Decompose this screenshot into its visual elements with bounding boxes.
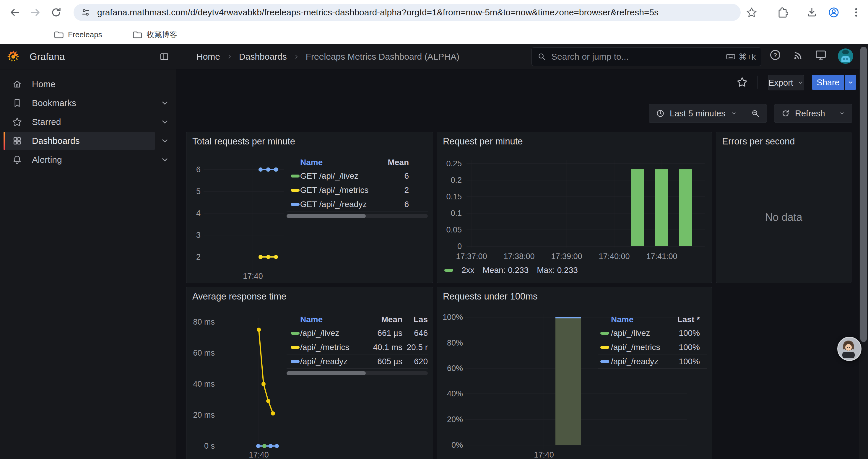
legend-hscroll-thumb[interactable] bbox=[286, 371, 366, 375]
forward-icon[interactable] bbox=[30, 6, 41, 18]
menu-kebab-icon[interactable] bbox=[850, 6, 862, 18]
help-icon[interactable] bbox=[769, 48, 782, 61]
url-bar[interactable]: grafana.mathmast.com/d/deytv4rwavabkb/fr… bbox=[73, 4, 741, 21]
sidebar-item-starred[interactable]: Starred bbox=[4, 113, 155, 131]
svg-text:20%: 20% bbox=[447, 415, 463, 424]
bookmark-star-icon[interactable] bbox=[746, 6, 757, 18]
actions-divider bbox=[757, 76, 758, 89]
browser-toolbar: grafana.mathmast.com/d/deytv4rwavabkb/fr… bbox=[0, 0, 868, 25]
zoom-out-button[interactable] bbox=[744, 104, 767, 123]
series-name[interactable]: GET /api/_/metrics bbox=[300, 186, 375, 195]
series-mean: 6 bbox=[375, 171, 409, 181]
page-scrollbar bbox=[859, 44, 868, 459]
breadcrumb-current: Freeleaps Metrics Dashboard (ALPHA) bbox=[306, 52, 459, 62]
chevron-down-icon bbox=[730, 110, 737, 117]
series-name[interactable]: GET /api/_/readyz bbox=[300, 200, 375, 209]
monitor-icon[interactable] bbox=[814, 48, 827, 61]
legend-row: /api/_/metrics 100% bbox=[598, 340, 707, 355]
legend-header-name[interactable]: Name bbox=[300, 315, 365, 324]
chevron-down-icon[interactable] bbox=[159, 136, 170, 146]
search-input[interactable] bbox=[551, 52, 725, 62]
breadcrumb-home[interactable]: Home bbox=[196, 52, 220, 62]
legend-hscroll-thumb[interactable] bbox=[286, 214, 366, 218]
breadcrumb-dashboards[interactable]: Dashboards bbox=[239, 52, 287, 62]
series-mean: 661 µs bbox=[365, 328, 402, 338]
page-scrollbar-thumb[interactable] bbox=[860, 47, 867, 342]
panel-title[interactable]: Requests under 100ms bbox=[443, 291, 538, 302]
export-button[interactable]: Export bbox=[768, 75, 804, 90]
series-name[interactable]: /api/_/readyz bbox=[611, 357, 664, 366]
panel-title[interactable]: Total requests per minute bbox=[192, 136, 295, 147]
series-last: 20.5 r bbox=[402, 342, 428, 352]
svg-text:0 s: 0 s bbox=[204, 441, 215, 451]
profile-icon[interactable] bbox=[828, 6, 840, 18]
refresh-button[interactable]: Refresh bbox=[774, 104, 832, 123]
panel-title[interactable]: Errors per second bbox=[722, 136, 795, 147]
extensions-icon[interactable] bbox=[776, 6, 788, 18]
svg-text:17:40: 17:40 bbox=[249, 451, 269, 459]
series-name[interactable]: /api/_/livez bbox=[611, 328, 664, 338]
legend-header-last[interactable]: Las bbox=[402, 315, 428, 324]
news-rss-icon[interactable] bbox=[792, 48, 805, 61]
no-data-message: No data bbox=[716, 211, 851, 224]
legend-header-mean[interactable]: Mean bbox=[375, 158, 409, 167]
series-name[interactable]: /api/_/metrics bbox=[611, 342, 664, 352]
series-name[interactable]: 2xx bbox=[462, 266, 474, 275]
series-name[interactable]: /api/_/readyz bbox=[300, 357, 365, 366]
refresh-interval-button[interactable] bbox=[832, 104, 852, 123]
panel-title[interactable]: Average response time bbox=[192, 291, 286, 302]
user-avatar[interactable] bbox=[838, 48, 853, 64]
time-range-picker[interactable]: Last 5 minutes bbox=[649, 104, 744, 123]
panel-errors-per-second: Errors per second No data bbox=[716, 132, 851, 283]
series-pill bbox=[291, 203, 300, 206]
favorite-star-icon[interactable] bbox=[736, 76, 748, 88]
sidebar-item-home[interactable]: Home bbox=[4, 75, 155, 93]
bookmark-label: 收藏博客 bbox=[147, 30, 177, 40]
sidebar-toggle-icon[interactable] bbox=[159, 52, 169, 62]
panel-title[interactable]: Request per minute bbox=[443, 136, 523, 147]
svg-text:0.05: 0.05 bbox=[446, 225, 462, 234]
search-box[interactable]: ⌘+k bbox=[531, 47, 761, 66]
series-name[interactable]: GET /api/_/livez bbox=[300, 171, 375, 181]
svg-text:5: 5 bbox=[196, 187, 200, 196]
star-icon bbox=[12, 117, 23, 127]
chevron-down-icon[interactable] bbox=[159, 98, 170, 108]
bookmark-folder-blog[interactable]: 收藏博客 bbox=[132, 28, 177, 41]
floating-avatar-button[interactable] bbox=[837, 337, 862, 361]
folder-icon bbox=[132, 29, 143, 40]
series-name[interactable]: /api/_/livez bbox=[300, 328, 365, 338]
refresh-icon bbox=[781, 109, 790, 118]
requests-under-100ms-chart: 100%80%60%40%20%0%17:40 bbox=[437, 287, 712, 459]
sidebar-item-bookmarks[interactable]: Bookmarks bbox=[4, 94, 155, 112]
grafana-logo-icon[interactable] bbox=[6, 50, 20, 64]
grafana-header: Grafana Home Dashboards Freeleaps Metric… bbox=[0, 44, 868, 69]
home-icon bbox=[12, 79, 23, 90]
share-button[interactable]: Share bbox=[812, 75, 844, 90]
legend-header-name[interactable]: Name bbox=[611, 315, 664, 324]
legend-header-last[interactable]: Last * bbox=[664, 315, 700, 324]
legend-header-mean[interactable]: Mean bbox=[365, 315, 402, 324]
svg-text:17:40: 17:40 bbox=[534, 451, 554, 459]
svg-text:40 ms: 40 ms bbox=[193, 380, 215, 388]
reload-icon[interactable] bbox=[50, 6, 62, 18]
back-icon[interactable] bbox=[9, 6, 21, 18]
clock-icon bbox=[656, 109, 665, 118]
legend-header-name[interactable]: Name bbox=[300, 158, 375, 167]
chevron-down-icon[interactable] bbox=[159, 117, 170, 127]
svg-text:0.1: 0.1 bbox=[451, 209, 462, 218]
legend-row: /api/_/metrics 40.1 ms 20.5 r bbox=[286, 340, 428, 355]
dashboards-grid-icon bbox=[12, 136, 23, 146]
share-dropdown-button[interactable] bbox=[845, 75, 856, 90]
bookmark-folder-freeleaps[interactable]: Freeleaps bbox=[53, 28, 102, 41]
series-name[interactable]: /api/_/metrics bbox=[300, 342, 365, 352]
svg-text:4: 4 bbox=[196, 209, 200, 218]
sidebar-item-alerting[interactable]: Alerting bbox=[4, 151, 155, 169]
site-settings-icon[interactable] bbox=[81, 7, 91, 18]
series-pill bbox=[600, 346, 609, 349]
download-icon[interactable] bbox=[806, 6, 818, 18]
chevron-down-icon[interactable] bbox=[159, 155, 170, 165]
url-text[interactable]: grafana.mathmast.com/d/deytv4rwavabkb/fr… bbox=[97, 7, 658, 18]
svg-text:2: 2 bbox=[196, 253, 200, 261]
svg-text:40%: 40% bbox=[447, 389, 463, 398]
sidebar-item-dashboards[interactable]: Dashboards bbox=[4, 132, 155, 150]
